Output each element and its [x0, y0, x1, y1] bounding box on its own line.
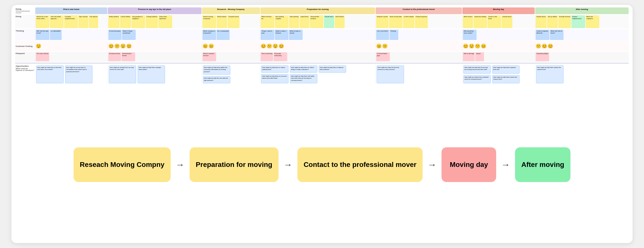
phase-contact-mover: Contact to the professional mover — [376, 7, 462, 14]
pain-note-6: Physically exhausting — [274, 52, 287, 61]
flow-arrow-4: → — [501, 159, 510, 170]
painpoint-prep: Time consuming Physically exhausting — [260, 52, 376, 62]
emoji-14: 😊 — [463, 43, 468, 49]
doing-note-7: Cancel utilities — [120, 15, 131, 28]
doing-note-28: Unload boxes — [502, 15, 512, 28]
phase-say-bye: Process to say bye to the old place — [108, 7, 201, 14]
opp-note-14: How might we help them organize their tr… — [492, 65, 520, 74]
opp-note-13: How might we help them know how the movi… — [463, 65, 491, 74]
opp-note-4: How might we help them manage these task… — [138, 65, 165, 83]
doing-note-2: Visit real estate agencies — [50, 15, 64, 28]
thinking-note-4: What if I forget something? — [122, 30, 136, 40]
opp-note-10: How might we help them to not worry abou… — [261, 74, 288, 83]
doing-after: Unpack boxes Set up utilities Arrange fu… — [535, 15, 629, 28]
thinking-find-home: Will I find the right home? Is it afford… — [35, 29, 108, 40]
flow-node-contact-label: Contact to the professional mover — [304, 160, 416, 169]
doing-note-13: Compare prices — [228, 15, 240, 28]
flow-node-research: Reseach Moving Compny — [74, 147, 171, 182]
doing-note-6: Notify landlord — [108, 15, 119, 28]
emoji-19: 😊 — [542, 43, 547, 49]
opp-note-17: How might we help them reduce the unpack… — [536, 65, 564, 83]
feeling-say-bye: 😊 😕 😟 😊 — [108, 43, 202, 49]
thinking-note-13: I need to organize efficiently — [536, 30, 549, 40]
doing-note-31: Arrange furniture — [558, 15, 571, 28]
emoji-11: 😊 — [278, 43, 284, 49]
emoji-2: 😊 — [108, 43, 114, 49]
doing-note-30: Set up utilities — [547, 15, 558, 28]
thinking-note-8: Need to make a decision — [275, 30, 288, 40]
painpoint-after: Unpacking fatigue — [535, 52, 629, 62]
phase-research: Research - Moving Company — [202, 7, 260, 14]
flow-node-moving-day-label: Moving day — [450, 160, 488, 169]
thinking-note-14: When will I feel at home? — [550, 30, 564, 40]
opp-note-9: How might we help them to dispose their … — [319, 65, 346, 73]
doing-note-12: Read reviews — [217, 15, 227, 28]
doing-content: Search for a new home online Visit real … — [35, 15, 629, 28]
painpoint-say-bye: Emotional stress Administrative burden — [108, 52, 202, 62]
thinking-note-3: I'll miss this place — [108, 30, 122, 40]
opp-prep: How might we help them to reduce packing… — [260, 64, 376, 84]
flow-node-moving-day: Moving day — [442, 147, 496, 182]
flow-node-prep-label: Preparation for moving — [196, 160, 272, 169]
doing-note-1: Search for a new home online — [36, 15, 50, 28]
doing-note-23: Confirm details — [403, 15, 414, 28]
phase-find-home: Find a new home — [35, 7, 107, 14]
doing-note-18: Disassemble furniture — [310, 15, 324, 28]
emoji-20: 😊 — [548, 43, 553, 49]
thinking-research: Which company is trustworthy? Am I overp… — [202, 29, 260, 40]
thinking-note-6: Am I overpaying? — [217, 30, 230, 40]
feeling-row: Customer Feeling 😟 😊 😕 😟 😊 😐 😐 — [15, 41, 629, 51]
emoji-16: 😕 — [475, 43, 480, 49]
doing-note-15: Buy packing supplies — [275, 15, 288, 28]
thinking-note-10: Can I trust them? — [376, 30, 389, 40]
emoji-15: 😟 — [469, 43, 474, 49]
doing-say-bye: Notify landlord Cancel utilities Say goo… — [108, 15, 202, 28]
opp-note-11: How might we help them sell safely only … — [290, 74, 317, 83]
flow-node-contact: Contact to the professional mover — [298, 147, 422, 182]
opp-note-12: How might we make the list from process … — [377, 65, 404, 83]
pain-note-8: Risk of damage — [463, 52, 475, 61]
emoji-5: 😊 — [126, 43, 132, 49]
opp-note-2: How might we survey them to consolidate … — [65, 65, 92, 83]
doing-note-25: Meet movers — [463, 15, 473, 28]
doing-note-9: Change address — [146, 15, 158, 28]
opp-contact: How might we make the list from process … — [376, 64, 462, 84]
doing-note-19: Donate items — [324, 15, 334, 28]
doing-research: Search moving companies Read reviews Com… — [202, 15, 260, 28]
emoji-3: 😕 — [114, 43, 120, 49]
doing-prep: Make inventory list Buy packing supplies… — [260, 15, 376, 28]
thinking-contact: Can I trust them? Thinking — [376, 29, 462, 40]
thinking-note-1: Will I find the right home? — [36, 30, 50, 40]
flow-arrow-3: → — [428, 159, 436, 170]
opportunities-label: Opportunities What could we improve or i… — [15, 64, 35, 84]
emoji-7: 😐 — [208, 43, 214, 49]
pain-note-9: Delays — [475, 52, 484, 61]
opp-note-6: How might we help the user take the righ… — [203, 76, 230, 83]
doing-label: Doing — [15, 15, 35, 28]
doing-note-26: Supervise loading — [474, 15, 487, 28]
doing-moving-day: Meet movers Supervise loading Travel to … — [462, 15, 535, 28]
doing-note-4: Sign contract — [78, 15, 88, 28]
thinking-note-9: What to keep vs donate — [289, 30, 302, 40]
thinking-moving-day: Will everything arrive safely? — [462, 29, 535, 40]
doing-note-29: Unpack boxes — [536, 15, 546, 28]
emoji-4: 😟 — [120, 43, 126, 49]
thinking-row: Thinking Will I find the right home? Is … — [15, 29, 629, 40]
phase-prep-moving: Preparation for moving — [260, 7, 375, 14]
doing-find-home: Search for a new home online Visit real … — [35, 15, 108, 28]
opp-moving-day: How might we help them know how the movi… — [462, 64, 535, 84]
opp-subtitle: What could we improve or introduce? — [16, 68, 34, 71]
pain-note-3: Administrative burden — [122, 52, 135, 61]
thinking-note-2: Is it affordable? — [50, 30, 62, 40]
thinking-say-bye: I'll miss this place What if I forget so… — [108, 29, 202, 40]
pain-note-10: Unpacking fatigue — [536, 52, 549, 61]
feeling-label: Customer Feeling — [15, 45, 35, 48]
flow-arrow-2: → — [284, 159, 292, 170]
doing-note-27: Travel to new home — [488, 15, 501, 28]
phase-moving-day: Moving day — [462, 7, 534, 14]
painpoint-research: Hard to compare services — [202, 52, 260, 62]
doing-note-5: Pay deposit — [89, 15, 98, 28]
doing-note-33: Meet new neighbors — [586, 15, 599, 28]
phase-headers-row: Doing Hired professional movers Find a n… — [15, 7, 629, 14]
opportunities-row: Opportunities What could we improve or i… — [15, 64, 629, 84]
